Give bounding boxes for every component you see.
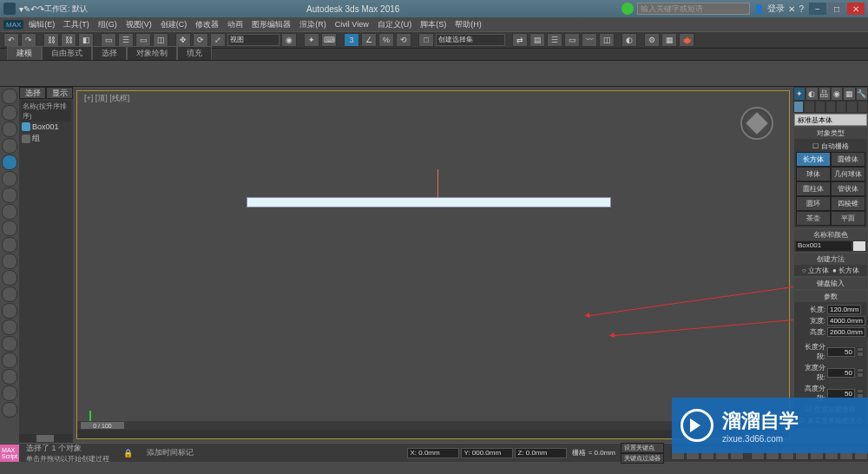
list-item[interactable]: Box001: [21, 122, 71, 132]
object-name-input[interactable]: Box001: [796, 241, 852, 251]
curve-editor-button[interactable]: 〰: [582, 33, 597, 47]
box-button[interactable]: 长方体: [796, 152, 831, 167]
menu-item[interactable]: 视图(V): [122, 18, 155, 31]
x-coord-input[interactable]: X: 0.0mm: [407, 448, 459, 458]
align-button[interactable]: ▤: [529, 33, 545, 47]
menu-item[interactable]: 帮助(H): [451, 18, 485, 31]
menu-item[interactable]: 自定义(U): [374, 18, 416, 31]
notification-icon[interactable]: [621, 3, 634, 15]
tool-icon[interactable]: [2, 253, 17, 269]
hierarchy-tab-icon[interactable]: 品: [819, 87, 831, 101]
tool-icon[interactable]: [2, 221, 17, 236]
spinner-arrows[interactable]: [857, 347, 864, 357]
workspace-label[interactable]: 工作区: 默认: [44, 3, 88, 15]
tool-icon[interactable]: [2, 369, 17, 385]
cameras-subtab-icon[interactable]: [825, 101, 836, 113]
tab-objectpaint[interactable]: 对象绘制: [127, 46, 177, 60]
space-warps-subtab-icon[interactable]: [846, 101, 857, 113]
setkey-button[interactable]: 设置关键点: [621, 443, 664, 453]
pivot-button[interactable]: ◉: [281, 33, 297, 47]
rollout-header[interactable]: 参数: [794, 291, 867, 302]
tube-button[interactable]: 管状体: [831, 181, 865, 196]
toggle-ribbon-button[interactable]: ▭: [564, 33, 580, 47]
help-icon[interactable]: ?: [799, 4, 804, 14]
mirror-button[interactable]: ⇄: [512, 33, 528, 47]
tool-icon[interactable]: [2, 188, 17, 203]
maximize-button[interactable]: □: [828, 3, 845, 15]
redo-button[interactable]: ↷: [21, 33, 36, 47]
maxscript-button[interactable]: MAXScript: [0, 444, 19, 462]
spinner-arrows[interactable]: [857, 368, 864, 378]
toolbar-icon[interactable]: ✎: [23, 4, 30, 14]
unlink-button[interactable]: ⛓: [61, 33, 76, 47]
y-coord-input[interactable]: Y: 000.0mm: [461, 448, 513, 458]
menu-item[interactable]: 组(G): [95, 18, 121, 31]
angle-snap-button[interactable]: ∠: [361, 33, 377, 47]
geometry-subtab-icon[interactable]: [793, 101, 804, 113]
geosphere-button[interactable]: 几何球体: [831, 167, 865, 181]
keyfilter-button[interactable]: 关键点过滤器: [621, 453, 664, 464]
tab-populate[interactable]: 填充: [177, 46, 212, 60]
tool-icon[interactable]: [2, 319, 17, 335]
cylinder-button[interactable]: 圆柱体: [796, 181, 831, 196]
tool-icon[interactable]: [2, 402, 17, 418]
explorer-header[interactable]: 名称(按升序排序): [21, 101, 71, 122]
width-spinner[interactable]: 4000.0mm: [827, 316, 865, 326]
box-radio[interactable]: ● 长方体: [832, 266, 859, 275]
max-logo-icon[interactable]: MAX: [3, 20, 23, 30]
geometry-category-dropdown[interactable]: 标准基本体: [794, 114, 867, 126]
undo-button[interactable]: ↶: [3, 33, 19, 47]
helpers-subtab-icon[interactable]: [836, 101, 846, 113]
rotate-button[interactable]: ⟳: [193, 33, 208, 47]
list-item[interactable]: 组: [21, 132, 71, 145]
tool-icon[interactable]: [2, 352, 17, 368]
tab-modeling[interactable]: 建模: [7, 46, 42, 60]
tab-freeform[interactable]: 自由形式: [42, 46, 92, 60]
addtime-label[interactable]: 添加时间标记: [140, 447, 201, 458]
rollout-header[interactable]: 键盘输入: [794, 278, 867, 289]
material-editor-button[interactable]: ◐: [621, 33, 637, 47]
toolbar-icon[interactable]: ↷: [37, 4, 44, 14]
tool-icon[interactable]: [2, 138, 17, 154]
tool-icon[interactable]: [2, 105, 17, 121]
rollout-header[interactable]: 创建方法: [794, 253, 867, 265]
percent-snap-button[interactable]: %: [378, 33, 394, 47]
render-frame-button[interactable]: ▦: [661, 33, 677, 47]
schematic-button[interactable]: ◫: [599, 33, 615, 47]
link-button[interactable]: ⛓: [43, 33, 59, 47]
named-sel-dropdown[interactable]: 创建选择集: [436, 34, 505, 46]
bind-button[interactable]: ◧: [78, 33, 94, 47]
tool-icon[interactable]: [2, 303, 17, 319]
box-object[interactable]: [247, 197, 611, 207]
lock-icon[interactable]: 🔒: [116, 449, 140, 458]
infocenter-icon[interactable]: 👤: [753, 4, 764, 14]
menu-item[interactable]: 脚本(S): [417, 18, 450, 31]
tool-icon[interactable]: [2, 122, 17, 137]
sphere-button[interactable]: 球体: [796, 167, 831, 181]
torus-button[interactable]: 圆环: [796, 196, 831, 211]
menu-item[interactable]: 图形编辑器: [248, 18, 294, 31]
tool-icon[interactable]: [2, 204, 17, 220]
tool-icon[interactable]: [2, 89, 17, 104]
systems-subtab-icon[interactable]: [858, 101, 868, 113]
create-tab-icon[interactable]: ✦: [793, 87, 806, 101]
exchange-icon[interactable]: ✕: [788, 4, 795, 14]
tool-icon[interactable]: [2, 270, 17, 286]
display-tab-icon[interactable]: ▦: [843, 87, 855, 101]
explorer-scrollbar[interactable]: [19, 434, 73, 443]
named-sel-button[interactable]: □: [418, 33, 434, 47]
height-spinner[interactable]: 2600.0mm: [827, 327, 865, 337]
spinner-arrows[interactable]: [863, 305, 865, 314]
checkbox-icon[interactable]: ☐: [812, 142, 819, 150]
plane-button[interactable]: 平面: [831, 211, 865, 226]
tool-icon[interactable]: [2, 171, 17, 187]
menu-item[interactable]: 创建(C): [157, 18, 191, 31]
select-button[interactable]: ▭: [101, 33, 116, 47]
tool-icon[interactable]: [2, 155, 17, 170]
render-button[interactable]: 🫖: [679, 33, 694, 47]
layer-button[interactable]: ☰: [547, 33, 562, 47]
spinner-snap-button[interactable]: ⟲: [396, 33, 411, 47]
render-setup-button[interactable]: ⚙: [644, 33, 660, 47]
minimize-button[interactable]: −: [809, 3, 826, 15]
z-coord-input[interactable]: Z: 0.0mm: [515, 448, 567, 458]
